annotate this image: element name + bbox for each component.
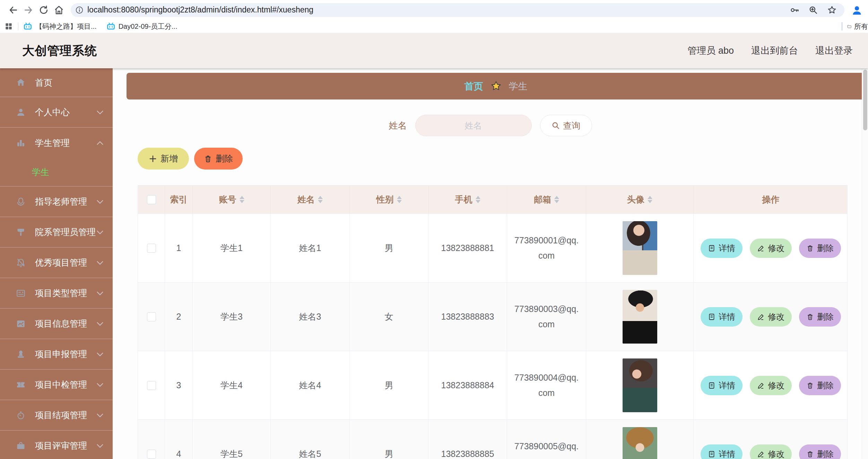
sidebar-item-excellent-project-management[interactable]: 优秀项目管理 [0,248,113,278]
user-icon [16,107,26,117]
detail-button[interactable]: 详情 [701,444,743,459]
sort-carets-icon[interactable] [397,196,402,203]
chevron-down-icon [97,258,103,265]
edit-button[interactable]: 修改 [750,376,792,395]
home-icon[interactable] [51,2,67,18]
sidebar-item-teacher-management[interactable]: 指导老师管理 [0,187,113,217]
breadcrumb-home-link[interactable]: 首页 [465,80,483,93]
postcard-icon [16,288,26,298]
cell-index: 1 [165,214,193,283]
batch-delete-button[interactable]: 删除 [194,148,243,170]
bilibili-icon [23,23,32,30]
bookmark-label: 【码神之路】项目... [35,22,97,31]
sort-carets-icon[interactable] [318,196,323,203]
scrollbar-track[interactable] [862,68,868,459]
cell-index: 3 [165,351,193,420]
sidebar-item-home[interactable]: 首页 [0,68,113,97]
logout-link[interactable]: 退出登录 [815,44,853,57]
apps-grid-icon[interactable] [4,22,13,31]
main-content: 首页 学生 姓名 查询 新增 删除 [113,68,868,459]
row-checkbox[interactable] [147,450,156,459]
delete-button[interactable]: 删除 [799,376,841,395]
admin-user-label: 管理员 abo [687,44,734,57]
detail-button[interactable]: 详情 [701,239,743,258]
document-icon [708,382,715,389]
sort-carets-icon[interactable] [476,196,480,203]
query-button[interactable]: 查询 [540,115,592,136]
avatar-image [623,427,657,459]
cell-phone: 13823888885 [428,420,507,459]
star-icon [490,80,502,92]
detail-button[interactable]: 详情 [701,307,743,327]
trash-icon [806,382,814,389]
chevron-down-icon [97,228,103,234]
forward-icon[interactable] [21,2,36,18]
table-row: 1 学生1 姓名1 男 13823888881 773890001@qq.com… [138,214,847,283]
exit-to-front-link[interactable]: 退出到前台 [751,44,798,57]
delete-button[interactable]: 删除 [799,444,841,459]
sidebar-item-project-midcheck-management[interactable]: 项目中检管理 [0,370,113,400]
sort-carets-icon[interactable] [554,196,559,203]
cell-gender: 男 [350,420,428,459]
cell-index: 2 [165,283,193,351]
select-all-checkbox[interactable] [147,195,156,204]
chevron-down-icon [97,289,103,295]
chevron-down-icon [97,197,103,203]
name-search-input[interactable] [415,115,532,136]
delete-button[interactable]: 删除 [799,307,841,327]
cell-phone: 13823888884 [428,351,507,420]
bar-chart-icon [16,138,26,148]
cell-name: 姓名4 [271,351,350,420]
sidebar-item-project-conclusion-management[interactable]: 项目结项管理 [0,400,113,431]
pencil-icon [757,382,765,389]
bookmark-star-icon[interactable] [827,5,837,15]
sidebar-item-personal-center[interactable]: 个人中心 [0,97,113,128]
back-icon[interactable] [6,2,21,18]
reload-icon[interactable] [36,2,51,18]
bookmark-item-2[interactable]: Day02-09-员工分... [106,22,177,31]
add-button[interactable]: 新增 [138,148,189,170]
document-icon [708,313,715,321]
edit-button[interactable]: 修改 [750,239,792,258]
sidebar-item-project-type-management[interactable]: 项目类型管理 [0,278,113,309]
sidebar-item-student-management[interactable]: 学生管理 [0,128,113,158]
url-bar[interactable]: localhost:8080/springbootj2zt8/admin/dis… [71,3,844,17]
bookmark-item-1[interactable]: 【码神之路】项目... [23,22,97,31]
row-checkbox[interactable] [147,381,156,390]
cell-email: 773890004@qq.com [507,351,586,420]
table-row: 2 学生3 姓名3 女 13823888883 773890003@qq.com… [138,283,847,351]
col-header-gender: 性别 [350,185,428,214]
document-icon [708,244,715,252]
profile-avatar-icon[interactable] [849,2,865,18]
col-header-avatar: 头像 [586,185,694,214]
search-label: 姓名 [389,120,407,132]
sidebar-item-department-admin-management[interactable]: 院系管理员管理 [0,217,113,248]
sidebar-item-project-review-management[interactable]: 项目评审管理 [0,431,113,459]
pencil-icon [757,313,765,321]
edit-button[interactable]: 修改 [750,444,792,459]
password-key-icon[interactable] [790,5,799,15]
sidebar-subitem-student[interactable]: 学生 [0,158,113,187]
sort-carets-icon[interactable] [240,196,244,203]
cell-account: 学生1 [193,214,271,283]
row-checkbox[interactable] [147,244,156,253]
detail-button[interactable]: 详情 [701,376,743,395]
chevron-down-icon [97,319,103,326]
delete-button[interactable]: 删除 [799,239,841,258]
breadcrumb-current[interactable]: 学生 [509,80,528,93]
sidebar-item-project-declare-management[interactable]: 项目申报管理 [0,339,113,370]
bookmarks-separator [842,22,842,31]
all-bookmarks[interactable]: 所有 [842,20,868,33]
sort-carets-icon[interactable] [648,196,652,203]
cell-index: 4 [165,420,193,459]
sidebar-item-project-info-management[interactable]: 项目信息管理 [0,309,113,339]
edit-button[interactable]: 修改 [750,307,792,327]
scrollbar-thumb[interactable] [863,70,867,130]
row-checkbox[interactable] [147,312,156,321]
search-row: 姓名 查询 [113,115,868,136]
trash-icon [806,244,814,252]
timer-icon [16,410,26,420]
cell-name: 姓名5 [271,420,350,459]
trash-icon [806,313,814,321]
zoom-icon[interactable] [808,5,818,15]
